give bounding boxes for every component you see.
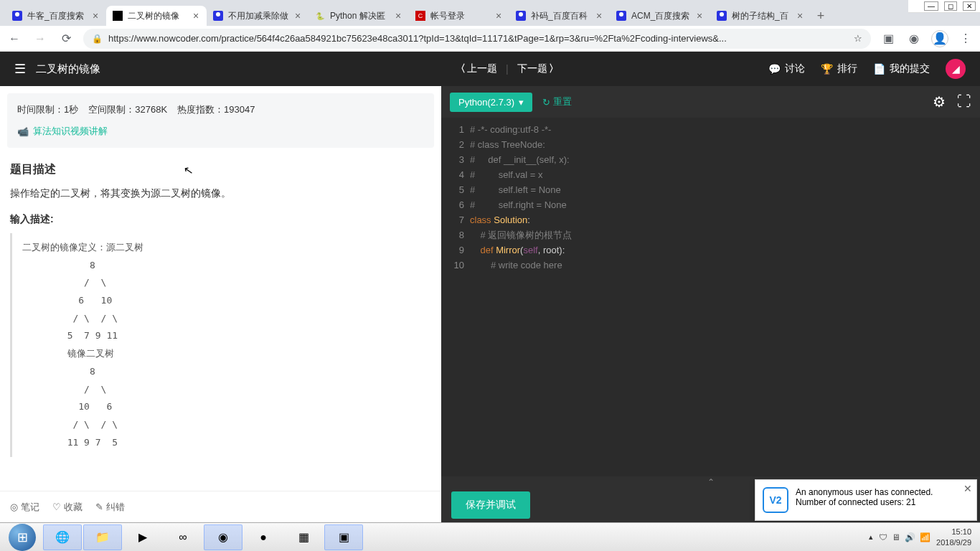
close-window-button[interactable]: ✕ <box>963 1 976 11</box>
taskbar-app1[interactable]: ∞ <box>164 524 202 550</box>
tab-close-icon[interactable]: × <box>795 11 805 21</box>
description-heading: 题目描述 <box>10 162 431 177</box>
tray-arrow-icon[interactable]: ▴ <box>869 532 873 542</box>
tray-volume-icon[interactable]: 🔊 <box>905 532 915 542</box>
url-input[interactable]: 🔒 https://www.nowcoder.com/practice/564f… <box>83 29 871 49</box>
reload-button[interactable]: ⟳ <box>57 30 75 47</box>
video-icon: 📹 <box>17 126 29 137</box>
code-editor[interactable]: 12345678910 # -*- coding:utf-8 -*-# clas… <box>441 118 980 476</box>
browser-tab[interactable]: 补码_百度百科× <box>509 6 610 26</box>
address-bar: ← → ⟳ 🔒 https://www.nowcoder.com/practic… <box>0 26 980 52</box>
video-link[interactable]: 📹 算法知识视频讲解 <box>17 125 424 138</box>
menu-icon[interactable]: ⋮ <box>957 30 974 47</box>
space-limit: 空间限制：32768K <box>88 103 167 116</box>
settings-icon[interactable]: ⚙ <box>933 93 946 110</box>
heat-index: 热度指数：193047 <box>177 103 255 116</box>
save-debug-button[interactable]: 保存并调试 <box>451 491 530 519</box>
tab-close-icon[interactable]: × <box>694 11 705 21</box>
taskbar-app3[interactable]: ▦ <box>284 524 323 550</box>
taskbar-chrome[interactable]: ◉ <box>204 524 242 550</box>
note-button[interactable]: ◎ 笔记 <box>10 501 39 514</box>
tab-close-icon[interactable]: × <box>594 11 604 21</box>
reset-button[interactable]: ↻ 重置 <box>542 95 572 108</box>
extension-icon-2[interactable]: ◉ <box>905 30 923 47</box>
my-submissions-button[interactable]: 📄 我的提交 <box>873 62 930 75</box>
vnc-notification: V2 An anonymous user has connected. Numb… <box>755 479 977 521</box>
input-heading: 输入描述: <box>10 213 431 226</box>
browser-tab[interactable]: ACM_百度搜索× <box>610 6 710 26</box>
tab-title: 帐号登录 <box>430 10 489 22</box>
browser-tab[interactable]: 树的子结构_百× <box>710 6 811 26</box>
tray-icon[interactable]: 🛡 <box>879 532 887 542</box>
taskbar-explorer[interactable]: 📁 <box>83 524 122 550</box>
lock-icon: 🔒 <box>92 34 103 44</box>
next-problem-button[interactable]: 下一题〉 <box>517 62 559 75</box>
prev-problem-button[interactable]: 〈上一题 <box>456 62 497 75</box>
maximize-button[interactable]: ◻ <box>944 1 957 11</box>
problem-footer: ◎ 笔记 ♡ 收藏 ✎ 纠错 <box>0 491 441 522</box>
chevron-down-icon: ▾ <box>519 97 524 108</box>
editor-panel: 〈上一题 | 下一题〉 💬 讨论 🏆 排行 📄 我的提交 ◢ Python(2.… <box>441 52 980 522</box>
new-tab-button[interactable]: + <box>811 6 831 26</box>
menu-icon[interactable]: ☰ <box>14 61 26 77</box>
system-tray[interactable]: 🛡 🖥 🔊 📶 <box>879 532 930 542</box>
input-description: 二叉树的镜像定义：源二叉树 8 / \ 6 10 / \ / \ 5 7 9 1… <box>10 233 431 457</box>
tab-title: 不用加减乘除做 <box>228 10 288 22</box>
tab-favicon <box>616 10 627 22</box>
back-button[interactable]: ← <box>6 30 23 47</box>
browser-tab[interactable]: 🐍Python 解决匿× <box>308 6 409 26</box>
time-limit: 时间限制：1秒 <box>17 103 78 116</box>
notification-line1: An anonymous user has connected. <box>796 487 933 497</box>
taskbar-clock[interactable]: 15:10 2018/9/29 <box>936 527 971 547</box>
problem-header: ☰ 二叉树的镜像 <box>0 52 441 86</box>
problem-body[interactable]: 时间限制：1秒 空间限制：32768K 热度指数：193047 📹 算法知识视频… <box>0 86 441 491</box>
user-avatar[interactable]: ◢ <box>946 59 966 79</box>
problem-info: 时间限制：1秒 空间限制：32768K 热度指数：193047 📹 算法知识视频… <box>7 93 434 148</box>
tab-favicon: C <box>415 10 426 22</box>
tab-favicon: 🐍 <box>314 10 326 22</box>
rank-button[interactable]: 🏆 排行 <box>821 62 857 75</box>
extension-icon[interactable]: ▣ <box>880 30 897 47</box>
star-icon[interactable]: ☆ <box>854 33 862 44</box>
tab-favicon <box>11 10 23 22</box>
browser-tabs: 牛客_百度搜索×二叉树的镜像×不用加减乘除做×🐍Python 解决匿×C帐号登录… <box>0 0 980 26</box>
tab-favicon <box>112 10 123 22</box>
discuss-button[interactable]: 💬 讨论 <box>768 62 805 75</box>
browser-tab[interactable]: 不用加减乘除做× <box>207 6 308 26</box>
description-text: 操作给定的二叉树，将其变换为源二叉树的镜像。 <box>10 187 431 200</box>
editor-header: 〈上一题 | 下一题〉 💬 讨论 🏆 排行 📄 我的提交 ◢ <box>441 52 980 86</box>
tab-close-icon[interactable]: × <box>494 11 504 21</box>
browser-tab[interactable]: 牛客_百度搜索× <box>6 6 106 26</box>
forward-button[interactable]: → <box>32 30 49 47</box>
browser-tab[interactable]: 二叉树的镜像× <box>106 6 207 26</box>
taskbar-media[interactable]: ▶ <box>123 524 162 550</box>
taskbar-app2[interactable]: ● <box>244 524 283 550</box>
tab-close-icon[interactable]: × <box>90 11 100 21</box>
window-controls: — ◻ ✕ <box>908 0 980 13</box>
close-notification-button[interactable]: ✕ <box>963 483 972 494</box>
tab-title: 牛客_百度搜索 <box>27 10 86 22</box>
fullscreen-icon[interactable]: ⛶ <box>957 93 971 110</box>
tab-close-icon[interactable]: × <box>393 11 403 21</box>
start-button[interactable]: ⊞ <box>3 524 42 550</box>
taskbar-ie[interactable]: 🌐 <box>43 524 82 550</box>
tab-title: 二叉树的镜像 <box>128 10 187 22</box>
favorite-button[interactable]: ♡ 收藏 <box>52 501 83 514</box>
tab-title: 树的子结构_百 <box>732 10 791 22</box>
editor-toolbar: Python(2.7.3)▾ ↻ 重置 ⚙ ⛶ <box>441 86 980 118</box>
profile-icon[interactable]: 👤 <box>931 30 948 47</box>
code-content[interactable]: # -*- coding:utf-8 -*-# class TreeNode:#… <box>470 118 980 476</box>
windows-taskbar: ⊞ 🌐 📁 ▶ ∞ ◉ ● ▦ ▣ ▴ 🛡 🖥 🔊 📶 15:10 2018/9… <box>0 522 980 551</box>
report-error-button[interactable]: ✎ 纠错 <box>95 501 125 514</box>
tray-network-icon[interactable]: 📶 <box>920 532 930 542</box>
tray-icon[interactable]: 🖥 <box>892 532 900 542</box>
language-select[interactable]: Python(2.7.3)▾ <box>450 93 532 112</box>
problem-title: 二叉树的镜像 <box>36 62 100 76</box>
page-content: ☰ 二叉树的镜像 时间限制：1秒 空间限制：32768K 热度指数：193047… <box>0 52 980 522</box>
minimize-button[interactable]: — <box>924 1 938 11</box>
browser-tab[interactable]: C帐号登录× <box>409 6 509 26</box>
tab-close-icon[interactable]: × <box>293 11 303 21</box>
tab-favicon <box>212 10 224 22</box>
tab-close-icon[interactable]: × <box>191 11 201 21</box>
taskbar-pycharm[interactable]: ▣ <box>324 524 363 550</box>
